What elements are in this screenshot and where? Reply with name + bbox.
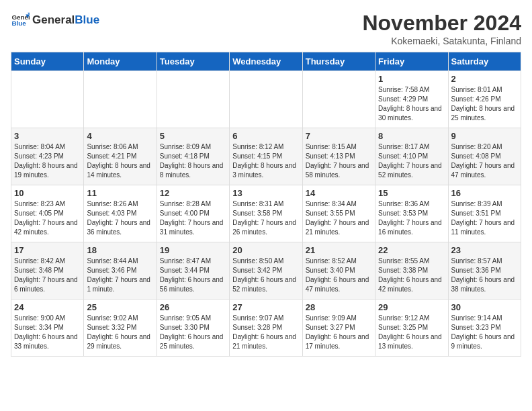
day-info: Sunrise: 8:52 AM Sunset: 3:40 PM Dayligh… (306, 257, 372, 294)
calendar-cell: 11Sunrise: 8:26 AM Sunset: 4:03 PM Dayli… (84, 185, 157, 242)
day-info: Sunrise: 9:02 AM Sunset: 3:32 PM Dayligh… (87, 314, 153, 351)
calendar-cell: 23Sunrise: 8:57 AM Sunset: 3:36 PM Dayli… (448, 242, 521, 300)
calendar-cell: 14Sunrise: 8:34 AM Sunset: 3:55 PM Dayli… (302, 185, 375, 242)
day-info: Sunrise: 8:47 AM Sunset: 3:44 PM Dayligh… (160, 257, 226, 294)
day-number: 7 (306, 131, 372, 141)
day-number: 9 (451, 131, 518, 141)
calendar-cell: 6Sunrise: 8:12 AM Sunset: 4:15 PM Daylig… (230, 128, 302, 185)
day-header-tuesday: Tuesday (157, 52, 229, 71)
day-number: 25 (87, 302, 153, 312)
svg-text:Blue: Blue (11, 19, 26, 27)
day-number: 18 (87, 245, 153, 255)
month-title: November 2024 (362, 11, 521, 36)
calendar-cell: 7Sunrise: 8:15 AM Sunset: 4:13 PM Daylig… (302, 128, 375, 185)
day-info: Sunrise: 9:09 AM Sunset: 3:27 PM Dayligh… (306, 314, 372, 351)
day-number: 11 (87, 188, 153, 198)
calendar-cell: 12Sunrise: 8:28 AM Sunset: 4:00 PM Dayli… (157, 185, 229, 242)
calendar-week-row: 24Sunrise: 9:00 AM Sunset: 3:34 PM Dayli… (11, 300, 521, 357)
calendar-cell: 18Sunrise: 8:44 AM Sunset: 3:46 PM Dayli… (84, 242, 157, 300)
day-number: 16 (451, 188, 518, 198)
calendar-cell: 1Sunrise: 7:58 AM Sunset: 4:29 PM Daylig… (375, 71, 448, 128)
location-subtitle: Kokemaeki, Satakunta, Finland (362, 36, 521, 46)
day-info: Sunrise: 8:31 AM Sunset: 3:58 PM Dayligh… (232, 199, 299, 237)
day-number: 19 (160, 245, 226, 255)
day-number: 10 (14, 188, 81, 198)
day-number: 21 (306, 245, 372, 255)
calendar-cell: 20Sunrise: 8:50 AM Sunset: 3:42 PM Dayli… (230, 242, 302, 300)
day-info: Sunrise: 9:05 AM Sunset: 3:30 PM Dayligh… (160, 314, 226, 351)
day-number: 15 (378, 188, 445, 198)
day-info: Sunrise: 8:42 AM Sunset: 3:48 PM Dayligh… (14, 257, 81, 294)
day-number: 17 (14, 245, 81, 255)
calendar-cell: 2Sunrise: 8:01 AM Sunset: 4:26 PM Daylig… (448, 71, 521, 128)
day-number: 22 (378, 245, 445, 255)
day-number: 20 (232, 245, 299, 255)
calendar-cell: 26Sunrise: 9:05 AM Sunset: 3:30 PM Dayli… (157, 300, 229, 357)
day-header-wednesday: Wednesday (230, 52, 302, 71)
calendar-table: SundayMondayTuesdayWednesdayThursdayFrid… (11, 52, 521, 357)
calendar-cell: 17Sunrise: 8:42 AM Sunset: 3:48 PM Dayli… (11, 242, 84, 300)
day-number: 14 (306, 188, 372, 198)
calendar-header-row: SundayMondayTuesdayWednesdayThursdayFrid… (11, 52, 521, 71)
day-info: Sunrise: 8:12 AM Sunset: 4:15 PM Dayligh… (232, 142, 299, 180)
day-info: Sunrise: 8:26 AM Sunset: 4:03 PM Dayligh… (87, 199, 153, 237)
calendar-cell (11, 71, 84, 128)
day-info: Sunrise: 8:20 AM Sunset: 4:08 PM Dayligh… (451, 142, 518, 180)
day-number: 29 (378, 302, 445, 312)
day-number: 5 (160, 131, 226, 141)
calendar-cell: 28Sunrise: 9:09 AM Sunset: 3:27 PM Dayli… (302, 300, 375, 357)
calendar-cell (230, 71, 302, 128)
calendar-cell: 27Sunrise: 9:07 AM Sunset: 3:28 PM Dayli… (230, 300, 302, 357)
calendar-week-row: 17Sunrise: 8:42 AM Sunset: 3:48 PM Dayli… (11, 242, 521, 300)
calendar-cell: 13Sunrise: 8:31 AM Sunset: 3:58 PM Dayli… (230, 185, 302, 242)
day-number: 13 (232, 188, 299, 198)
day-info: Sunrise: 8:44 AM Sunset: 3:46 PM Dayligh… (87, 257, 153, 294)
logo-blue-text: Blue (75, 13, 99, 26)
day-number: 12 (160, 188, 226, 198)
calendar-cell: 22Sunrise: 8:55 AM Sunset: 3:38 PM Dayli… (375, 242, 448, 300)
day-info: Sunrise: 8:55 AM Sunset: 3:38 PM Dayligh… (378, 257, 445, 294)
calendar-cell: 29Sunrise: 9:12 AM Sunset: 3:25 PM Dayli… (375, 300, 448, 357)
calendar-cell: 30Sunrise: 9:14 AM Sunset: 3:23 PM Dayli… (448, 300, 521, 357)
day-header-friday: Friday (375, 52, 448, 71)
day-number: 27 (232, 302, 299, 312)
calendar-cell: 3Sunrise: 8:04 AM Sunset: 4:23 PM Daylig… (11, 128, 84, 185)
calendar-cell (302, 71, 375, 128)
day-info: Sunrise: 8:50 AM Sunset: 3:42 PM Dayligh… (232, 257, 299, 294)
day-info: Sunrise: 8:57 AM Sunset: 3:36 PM Dayligh… (451, 257, 518, 294)
calendar-cell: 19Sunrise: 8:47 AM Sunset: 3:44 PM Dayli… (157, 242, 229, 300)
day-info: Sunrise: 8:28 AM Sunset: 4:00 PM Dayligh… (160, 199, 226, 237)
day-number: 24 (14, 302, 81, 312)
calendar-cell: 5Sunrise: 8:09 AM Sunset: 4:18 PM Daylig… (157, 128, 229, 185)
logo-icon: General Blue (11, 11, 30, 30)
day-info: Sunrise: 8:06 AM Sunset: 4:21 PM Dayligh… (87, 142, 153, 180)
day-info: Sunrise: 9:07 AM Sunset: 3:28 PM Dayligh… (232, 314, 299, 351)
day-number: 1 (378, 74, 445, 84)
day-info: Sunrise: 8:34 AM Sunset: 3:55 PM Dayligh… (306, 199, 372, 237)
calendar-cell: 10Sunrise: 8:23 AM Sunset: 4:05 PM Dayli… (11, 185, 84, 242)
day-header-thursday: Thursday (302, 52, 375, 71)
day-info: Sunrise: 9:00 AM Sunset: 3:34 PM Dayligh… (14, 314, 81, 351)
day-header-saturday: Saturday (448, 52, 521, 71)
day-number: 2 (451, 74, 518, 84)
day-info: Sunrise: 7:58 AM Sunset: 4:29 PM Dayligh… (378, 85, 445, 123)
calendar-cell: 21Sunrise: 8:52 AM Sunset: 3:40 PM Dayli… (302, 242, 375, 300)
logo-general-text: General (32, 13, 75, 26)
calendar-cell: 4Sunrise: 8:06 AM Sunset: 4:21 PM Daylig… (84, 128, 157, 185)
day-header-monday: Monday (84, 52, 157, 71)
calendar-cell: 25Sunrise: 9:02 AM Sunset: 3:32 PM Dayli… (84, 300, 157, 357)
day-info: Sunrise: 8:15 AM Sunset: 4:13 PM Dayligh… (306, 142, 372, 180)
day-info: Sunrise: 9:14 AM Sunset: 3:23 PM Dayligh… (451, 314, 518, 351)
day-number: 23 (451, 245, 518, 255)
day-number: 4 (87, 131, 153, 141)
day-info: Sunrise: 8:01 AM Sunset: 4:26 PM Dayligh… (451, 85, 518, 123)
day-info: Sunrise: 9:12 AM Sunset: 3:25 PM Dayligh… (378, 314, 445, 351)
day-number: 30 (451, 302, 518, 312)
header: General Blue GeneralBlue November 2024 K… (11, 11, 521, 46)
day-number: 8 (378, 131, 445, 141)
day-info: Sunrise: 8:09 AM Sunset: 4:18 PM Dayligh… (160, 142, 226, 180)
day-number: 28 (306, 302, 372, 312)
day-info: Sunrise: 8:04 AM Sunset: 4:23 PM Dayligh… (14, 142, 81, 180)
calendar-cell: 16Sunrise: 8:39 AM Sunset: 3:51 PM Dayli… (448, 185, 521, 242)
day-number: 6 (232, 131, 299, 141)
